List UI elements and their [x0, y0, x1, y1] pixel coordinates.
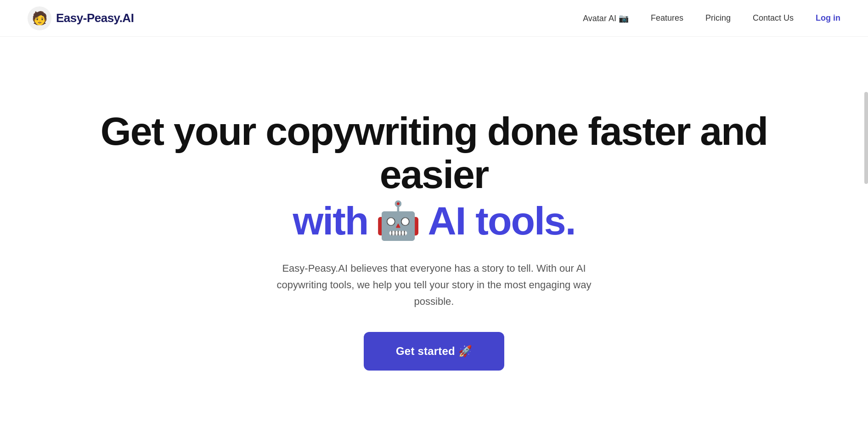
nav-link-contact[interactable]: Contact Us	[753, 13, 794, 23]
nav-link-avatar-ai[interactable]: Avatar AI 📷	[583, 14, 629, 23]
hero-heading-dark-line1: Get your copywriting done faster and	[101, 109, 767, 153]
nav-link-pricing[interactable]: Pricing	[705, 13, 731, 23]
hero-heading: Get your copywriting done faster and eas…	[101, 109, 767, 196]
nav-item-contact[interactable]: Contact Us	[753, 13, 794, 23]
nav-item-login[interactable]: Log in	[816, 13, 840, 23]
logo-link[interactable]: 🧑 Easy-Peasy.AI	[28, 6, 134, 30]
nav-item-avatar-ai[interactable]: Avatar AI 📷	[583, 13, 629, 23]
main-nav: 🧑 Easy-Peasy.AI Avatar AI 📷 Features Pri…	[0, 0, 868, 37]
nav-link-features[interactable]: Features	[651, 13, 683, 23]
logo-text: Easy-Peasy.AI	[56, 11, 134, 25]
nav-links: Avatar AI 📷 Features Pricing Contact Us …	[583, 13, 840, 23]
cta-button-label: Get started 🚀	[396, 345, 472, 358]
hero-heading-dark-line2: easier	[380, 152, 489, 196]
logo-icon: 🧑	[28, 6, 51, 30]
nav-item-features[interactable]: Features	[651, 13, 683, 23]
nav-link-login[interactable]: Log in	[816, 13, 840, 23]
hero-section: Get your copywriting done faster and eas…	[0, 37, 868, 434]
logo-emoji: 🧑	[32, 11, 48, 26]
hero-heading-colored: with 🤖 AI tools.	[293, 198, 575, 244]
robot-emoji-icon: 🤖	[375, 202, 420, 239]
hero-colored-suffix: AI tools.	[428, 198, 575, 244]
get-started-button[interactable]: Get started 🚀	[364, 332, 504, 371]
hero-colored-prefix: with	[293, 198, 368, 244]
scrollbar[interactable]	[864, 92, 868, 184]
hero-subtitle: Easy-Peasy.AI believes that everyone has…	[259, 260, 609, 310]
nav-item-pricing[interactable]: Pricing	[705, 13, 731, 23]
